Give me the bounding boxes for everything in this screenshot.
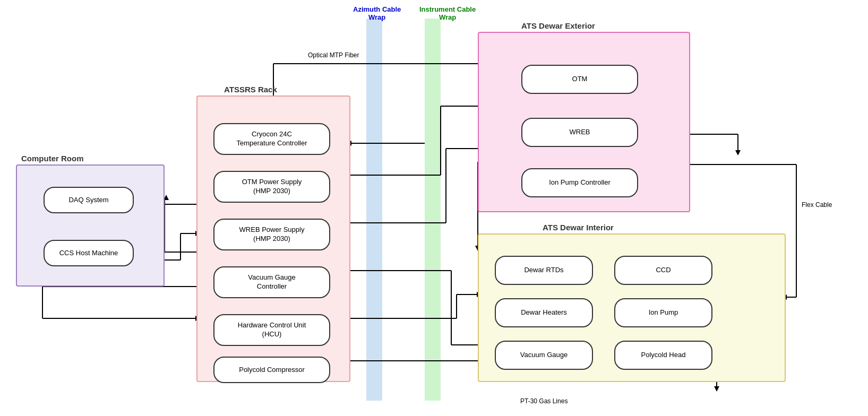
atssrs-rack-title: ATSSRS Rack bbox=[224, 85, 277, 94]
optical-mtp-label: Optical MTP Fiber bbox=[308, 51, 359, 59]
vacuum-gauge-component: Vacuum Gauge bbox=[495, 341, 593, 370]
computer-room-title: Computer Room bbox=[21, 154, 84, 163]
ats-exterior-title: ATS Dewar Exterior bbox=[521, 21, 595, 30]
hcu-component: Hardware Control Unit(HCU) bbox=[213, 314, 330, 346]
cryocon-component: Cryocon 24CTemperature Controller bbox=[213, 123, 330, 155]
wreb-component: WREB bbox=[521, 118, 638, 147]
polycold-head-component: Polycold Head bbox=[614, 341, 712, 370]
svg-rect-0 bbox=[366, 19, 382, 401]
ccd-component: CCD bbox=[614, 256, 712, 285]
dewar-heaters-component: Dewar Heaters bbox=[495, 298, 593, 327]
azimuth-wrap-label: Azimuth Cable Wrap bbox=[353, 5, 401, 21]
ats-exterior-region: ATS Dewar Exterior OTM WREB Ion Pump Con… bbox=[478, 32, 690, 212]
instrument-wrap-label: Instrument Cable Wrap bbox=[419, 5, 476, 21]
otm-power-component: OTM Power Supply(HMP 2030) bbox=[213, 171, 330, 203]
ion-pump-component: Ion Pump bbox=[614, 298, 712, 327]
computer-room-region: Computer Room DAQ System CCS Host Machin… bbox=[16, 164, 165, 287]
dewar-rtds-component: Dewar RTDs bbox=[495, 256, 593, 285]
ats-interior-region: ATS Dewar Interior Dewar RTDs CCD Dewar … bbox=[478, 233, 786, 382]
svg-text:Flex Cable: Flex Cable bbox=[802, 201, 832, 209]
vacuum-gauge-ctrl-component: Vacuum GaugeController bbox=[213, 266, 330, 298]
atssrs-rack-region: ATSSRS Rack Cryocon 24CTemperature Contr… bbox=[196, 96, 350, 382]
diagram: Optical MTP Fiber bbox=[0, 0, 868, 416]
svg-marker-36 bbox=[735, 150, 741, 155]
svg-rect-1 bbox=[425, 19, 441, 401]
ccs-host-component: CCS Host Machine bbox=[44, 240, 134, 266]
svg-marker-47 bbox=[714, 386, 719, 392]
daq-system-component: DAQ System bbox=[44, 187, 134, 213]
polycold-compressor-component: Polycold Compressor bbox=[213, 357, 330, 383]
otm-component: OTM bbox=[521, 65, 638, 94]
ats-interior-title: ATS Dewar Interior bbox=[543, 223, 614, 232]
ion-pump-ctrl-component: Ion Pump Controller bbox=[521, 168, 638, 197]
svg-text:PT-30 Gas Lines: PT-30 Gas Lines bbox=[520, 397, 568, 405]
wreb-power-component: WREB Power Supply(HMP 2030) bbox=[213, 219, 330, 250]
